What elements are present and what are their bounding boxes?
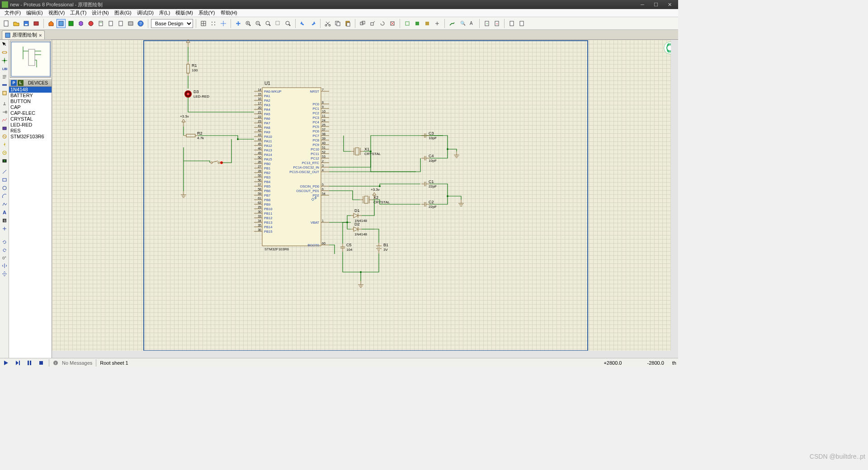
grid-toggle-button[interactable]	[199, 19, 208, 28]
text-button[interactable]: A	[1, 209, 8, 216]
device-item[interactable]: CAP-ELEC	[9, 110, 52, 116]
mirror-h-button[interactable]	[1, 262, 8, 269]
bom-button[interactable]	[96, 19, 105, 28]
bus-button[interactable]	[1, 81, 8, 89]
marker-button[interactable]	[1, 225, 8, 232]
device-item[interactable]: RES	[9, 128, 52, 134]
wire-label-button[interactable]: LBL	[1, 65, 8, 72]
menu-design[interactable]: 设计(N)	[89, 9, 111, 16]
mirror-v-button[interactable]	[1, 270, 8, 277]
overview-preview[interactable]	[10, 41, 51, 78]
terminals-button[interactable]	[1, 100, 8, 108]
menu-help[interactable]: 帮助(H)	[218, 9, 240, 16]
block-rotate-button[interactable]	[378, 19, 387, 28]
scrollbar-vertical[interactable]	[671, 40, 678, 351]
close-project-button[interactable]	[32, 19, 41, 28]
property-assign-button[interactable]: A	[467, 19, 476, 28]
make-device-button[interactable]	[413, 19, 422, 28]
cut-button[interactable]	[323, 19, 332, 28]
copy-button[interactable]	[333, 19, 342, 28]
device-item[interactable]: CRYSTAL	[9, 116, 52, 122]
arc-button[interactable]	[1, 193, 8, 200]
pcb-button[interactable]	[66, 19, 75, 28]
device-item[interactable]: STM32F103R6	[9, 134, 52, 140]
zoom-area-button[interactable]	[274, 19, 283, 28]
sim-play-button[interactable]	[2, 359, 10, 367]
circle-button[interactable]	[1, 184, 8, 192]
new-sheet-button[interactable]: +	[482, 19, 491, 28]
menu-system[interactable]: 系统(Y)	[196, 9, 218, 16]
menu-tool[interactable]: 工具(T)	[67, 9, 89, 16]
current-probe-button[interactable]	[1, 149, 8, 156]
device-item[interactable]: 1N4148	[9, 87, 52, 93]
path-button[interactable]	[1, 201, 8, 208]
device-item[interactable]: BATTERY	[9, 93, 52, 99]
pan-button[interactable]	[234, 19, 243, 28]
menu-template[interactable]: 模版(M)	[173, 9, 196, 16]
menu-file[interactable]: 文件(F)	[2, 9, 24, 16]
zoom-in-button[interactable]	[244, 19, 253, 28]
virtual-instrument-button[interactable]	[1, 157, 8, 164]
menu-debug[interactable]: 调试(D)	[134, 9, 156, 16]
sim-stop-button[interactable]	[37, 359, 45, 367]
device-item[interactable]: BUTTON	[9, 99, 52, 104]
devices-list[interactable]: 1N4148BATTERYBUTTONCAPCAP-ELECCRYSTALLED…	[9, 87, 52, 358]
zoom-out-button[interactable]	[254, 19, 263, 28]
sim-step-button[interactable]	[14, 359, 22, 367]
rotate-cw-button[interactable]	[1, 239, 8, 246]
sim-pause-button[interactable]	[25, 359, 33, 367]
tab-schematic[interactable]: 原理图绘制 ×	[2, 30, 45, 39]
undo-button[interactable]	[298, 19, 307, 28]
home-button[interactable]	[47, 19, 56, 28]
line-button[interactable]	[1, 168, 8, 175]
paste-button[interactable]	[343, 19, 352, 28]
decompose-button[interactable]	[433, 19, 442, 28]
tab-close-button[interactable]: ×	[39, 33, 42, 38]
schematic-button[interactable]	[57, 19, 66, 28]
text-script-button[interactable]	[1, 73, 8, 80]
component-mode-button[interactable]	[1, 49, 8, 56]
redo-button[interactable]	[308, 19, 317, 28]
device-pins-button[interactable]	[1, 108, 8, 116]
box-button[interactable]	[1, 176, 8, 183]
generator-button[interactable]	[1, 133, 8, 140]
zoom-fit-button[interactable]	[264, 19, 273, 28]
device-item[interactable]: CAP	[9, 104, 52, 110]
pick-device-button[interactable]: P	[11, 80, 17, 86]
zoom-sheet-button[interactable]	[283, 19, 292, 28]
new-file-button[interactable]	[2, 19, 11, 28]
block-delete-button[interactable]	[388, 19, 397, 28]
exit-to-parent-button[interactable]	[517, 19, 526, 28]
scrollbar-horizontal[interactable]	[52, 351, 671, 358]
library-button[interactable]: L	[18, 80, 24, 86]
save-button[interactable]	[22, 19, 31, 28]
block-move-button[interactable]	[368, 19, 377, 28]
graph-button[interactable]	[1, 117, 8, 124]
subcircuit-button[interactable]	[1, 89, 8, 97]
origin-button[interactable]	[219, 19, 228, 28]
erc-button[interactable]	[106, 19, 115, 28]
open-file-button[interactable]	[12, 19, 21, 28]
menu-library[interactable]: 库(L)	[156, 9, 173, 16]
remove-sheet-button[interactable]: ×	[492, 19, 501, 28]
block-copy-button[interactable]	[358, 19, 367, 28]
help-button[interactable]: ?	[136, 19, 145, 28]
wire-autoroute-button[interactable]	[448, 19, 457, 28]
packaging-button[interactable]	[423, 19, 432, 28]
device-item[interactable]: LED-RED	[9, 122, 52, 128]
junction-button[interactable]	[1, 57, 8, 64]
gerber-button[interactable]	[86, 19, 95, 28]
maximize-button[interactable]: ☐	[649, 2, 663, 8]
grid-snap-button[interactable]	[209, 19, 218, 28]
menu-chart[interactable]: 图表(G)	[112, 9, 134, 16]
drc-button[interactable]	[116, 19, 125, 28]
menu-edit[interactable]: 编辑(E)	[24, 9, 46, 16]
3d-button[interactable]	[76, 19, 85, 28]
menu-view[interactable]: 视图(V)	[46, 9, 68, 16]
cross-button[interactable]	[126, 19, 135, 28]
pick-button[interactable]	[403, 19, 412, 28]
tape-button[interactable]	[1, 125, 8, 132]
selection-mode-button[interactable]	[1, 41, 8, 48]
rotate-ccw-button[interactable]	[1, 247, 8, 254]
minimize-button[interactable]: ─	[636, 2, 649, 7]
